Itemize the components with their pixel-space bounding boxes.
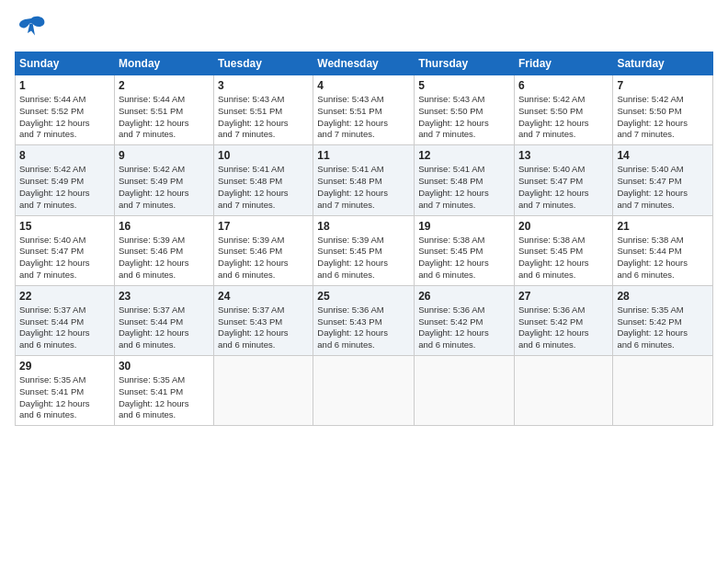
day-number: 5: [418, 79, 510, 92]
day-cell: 13Sunrise: 5:40 AM Sunset: 5:47 PM Dayli…: [514, 145, 612, 215]
header-cell-monday: Monday: [114, 52, 213, 75]
day-number: 12: [418, 149, 510, 162]
day-info: Sunrise: 5:42 AM Sunset: 5:50 PM Dayligh…: [518, 94, 609, 141]
day-info: Sunrise: 5:44 AM Sunset: 5:52 PM Dayligh…: [19, 94, 110, 141]
day-number: 28: [617, 290, 709, 303]
day-info: Sunrise: 5:40 AM Sunset: 5:47 PM Dayligh…: [19, 235, 110, 282]
day-cell: [415, 356, 515, 426]
day-info: Sunrise: 5:41 AM Sunset: 5:48 PM Dayligh…: [218, 164, 309, 211]
header-cell-friday: Friday: [514, 52, 612, 75]
day-info: Sunrise: 5:37 AM Sunset: 5:44 PM Dayligh…: [119, 304, 210, 351]
day-cell: [514, 356, 612, 426]
day-info: Sunrise: 5:37 AM Sunset: 5:43 PM Dayligh…: [218, 304, 309, 351]
day-cell: 24Sunrise: 5:37 AM Sunset: 5:43 PM Dayli…: [214, 285, 313, 355]
week-row-5: 29Sunrise: 5:35 AM Sunset: 5:41 PM Dayli…: [16, 356, 713, 426]
day-cell: 2Sunrise: 5:44 AM Sunset: 5:51 PM Daylig…: [114, 75, 213, 145]
day-cell: 5Sunrise: 5:43 AM Sunset: 5:50 PM Daylig…: [415, 75, 515, 145]
day-cell: [214, 356, 313, 426]
header-row: SundayMondayTuesdayWednesdayThursdayFrid…: [16, 52, 713, 75]
day-number: 24: [218, 290, 309, 303]
day-cell: 21Sunrise: 5:38 AM Sunset: 5:44 PM Dayli…: [613, 215, 713, 285]
day-number: 11: [317, 149, 410, 162]
header: [15, 15, 713, 40]
day-info: Sunrise: 5:38 AM Sunset: 5:44 PM Dayligh…: [617, 235, 709, 282]
day-number: 1: [19, 79, 110, 92]
day-cell: 20Sunrise: 5:38 AM Sunset: 5:45 PM Dayli…: [514, 215, 612, 285]
day-cell: 12Sunrise: 5:41 AM Sunset: 5:48 PM Dayli…: [415, 145, 515, 215]
day-cell: 4Sunrise: 5:43 AM Sunset: 5:51 PM Daylig…: [313, 75, 415, 145]
day-number: 10: [218, 149, 309, 162]
day-info: Sunrise: 5:40 AM Sunset: 5:47 PM Dayligh…: [617, 164, 709, 211]
day-number: 2: [119, 79, 210, 92]
day-cell: 7Sunrise: 5:42 AM Sunset: 5:50 PM Daylig…: [613, 75, 713, 145]
day-info: Sunrise: 5:36 AM Sunset: 5:43 PM Dayligh…: [317, 304, 410, 351]
header-cell-wednesday: Wednesday: [313, 52, 415, 75]
day-cell: 10Sunrise: 5:41 AM Sunset: 5:48 PM Dayli…: [214, 145, 313, 215]
day-cell: 17Sunrise: 5:39 AM Sunset: 5:46 PM Dayli…: [214, 215, 313, 285]
day-info: Sunrise: 5:41 AM Sunset: 5:48 PM Dayligh…: [418, 164, 510, 211]
day-number: 23: [119, 290, 210, 303]
day-number: 27: [518, 290, 609, 303]
day-cell: [313, 356, 415, 426]
day-cell: 6Sunrise: 5:42 AM Sunset: 5:50 PM Daylig…: [514, 75, 612, 145]
day-info: Sunrise: 5:39 AM Sunset: 5:46 PM Dayligh…: [119, 235, 210, 282]
day-number: 9: [119, 149, 210, 162]
day-cell: 22Sunrise: 5:37 AM Sunset: 5:44 PM Dayli…: [16, 285, 115, 355]
day-info: Sunrise: 5:37 AM Sunset: 5:44 PM Dayligh…: [19, 304, 110, 351]
day-info: Sunrise: 5:44 AM Sunset: 5:51 PM Dayligh…: [119, 94, 210, 141]
day-cell: [613, 356, 713, 426]
day-cell: 26Sunrise: 5:36 AM Sunset: 5:42 PM Dayli…: [415, 285, 515, 355]
day-cell: 15Sunrise: 5:40 AM Sunset: 5:47 PM Dayli…: [16, 215, 115, 285]
day-number: 3: [218, 79, 309, 92]
day-number: 18: [317, 220, 410, 233]
day-info: Sunrise: 5:36 AM Sunset: 5:42 PM Dayligh…: [518, 304, 609, 351]
calendar-body: 1Sunrise: 5:44 AM Sunset: 5:52 PM Daylig…: [16, 75, 713, 426]
day-number: 21: [617, 220, 709, 233]
day-info: Sunrise: 5:35 AM Sunset: 5:41 PM Dayligh…: [19, 374, 110, 421]
calendar-header: SundayMondayTuesdayWednesdayThursdayFrid…: [16, 52, 713, 75]
day-number: 16: [119, 220, 210, 233]
day-info: Sunrise: 5:42 AM Sunset: 5:49 PM Dayligh…: [119, 164, 210, 211]
day-cell: 3Sunrise: 5:43 AM Sunset: 5:51 PM Daylig…: [214, 75, 313, 145]
day-info: Sunrise: 5:43 AM Sunset: 5:51 PM Dayligh…: [218, 94, 309, 141]
day-cell: 9Sunrise: 5:42 AM Sunset: 5:49 PM Daylig…: [114, 145, 213, 215]
day-info: Sunrise: 5:41 AM Sunset: 5:48 PM Dayligh…: [317, 164, 410, 211]
day-number: 26: [418, 290, 510, 303]
day-cell: 27Sunrise: 5:36 AM Sunset: 5:42 PM Dayli…: [514, 285, 612, 355]
day-cell: 1Sunrise: 5:44 AM Sunset: 5:52 PM Daylig…: [16, 75, 115, 145]
day-cell: 14Sunrise: 5:40 AM Sunset: 5:47 PM Dayli…: [613, 145, 713, 215]
day-info: Sunrise: 5:39 AM Sunset: 5:45 PM Dayligh…: [317, 235, 410, 282]
header-cell-saturday: Saturday: [613, 52, 713, 75]
day-cell: 11Sunrise: 5:41 AM Sunset: 5:48 PM Dayli…: [313, 145, 415, 215]
day-cell: 8Sunrise: 5:42 AM Sunset: 5:49 PM Daylig…: [16, 145, 115, 215]
logo-icon: [17, 15, 46, 40]
day-info: Sunrise: 5:39 AM Sunset: 5:46 PM Dayligh…: [218, 235, 309, 282]
day-cell: 18Sunrise: 5:39 AM Sunset: 5:45 PM Dayli…: [313, 215, 415, 285]
day-number: 29: [19, 360, 110, 373]
day-cell: 28Sunrise: 5:35 AM Sunset: 5:42 PM Dayli…: [613, 285, 713, 355]
calendar-table: SundayMondayTuesdayWednesdayThursdayFrid…: [15, 52, 713, 426]
day-number: 25: [317, 290, 410, 303]
day-number: 22: [19, 290, 110, 303]
day-info: Sunrise: 5:43 AM Sunset: 5:51 PM Dayligh…: [317, 94, 410, 141]
day-number: 20: [518, 220, 609, 233]
day-info: Sunrise: 5:38 AM Sunset: 5:45 PM Dayligh…: [418, 235, 510, 282]
day-info: Sunrise: 5:36 AM Sunset: 5:42 PM Dayligh…: [418, 304, 510, 351]
day-info: Sunrise: 5:43 AM Sunset: 5:50 PM Dayligh…: [418, 94, 510, 141]
day-number: 17: [218, 220, 309, 233]
day-number: 8: [19, 149, 110, 162]
week-row-1: 1Sunrise: 5:44 AM Sunset: 5:52 PM Daylig…: [16, 75, 713, 145]
week-row-4: 22Sunrise: 5:37 AM Sunset: 5:44 PM Dayli…: [16, 285, 713, 355]
day-number: 7: [617, 79, 709, 92]
day-cell: 29Sunrise: 5:35 AM Sunset: 5:41 PM Dayli…: [16, 356, 115, 426]
day-number: 30: [119, 360, 210, 373]
day-cell: 25Sunrise: 5:36 AM Sunset: 5:43 PM Dayli…: [313, 285, 415, 355]
day-cell: 23Sunrise: 5:37 AM Sunset: 5:44 PM Dayli…: [114, 285, 213, 355]
week-row-2: 8Sunrise: 5:42 AM Sunset: 5:49 PM Daylig…: [16, 145, 713, 215]
day-info: Sunrise: 5:35 AM Sunset: 5:41 PM Dayligh…: [119, 374, 210, 421]
week-row-3: 15Sunrise: 5:40 AM Sunset: 5:47 PM Dayli…: [16, 215, 713, 285]
day-info: Sunrise: 5:42 AM Sunset: 5:50 PM Dayligh…: [617, 94, 709, 141]
logo: [15, 15, 42, 40]
day-number: 14: [617, 149, 709, 162]
day-number: 13: [518, 149, 609, 162]
